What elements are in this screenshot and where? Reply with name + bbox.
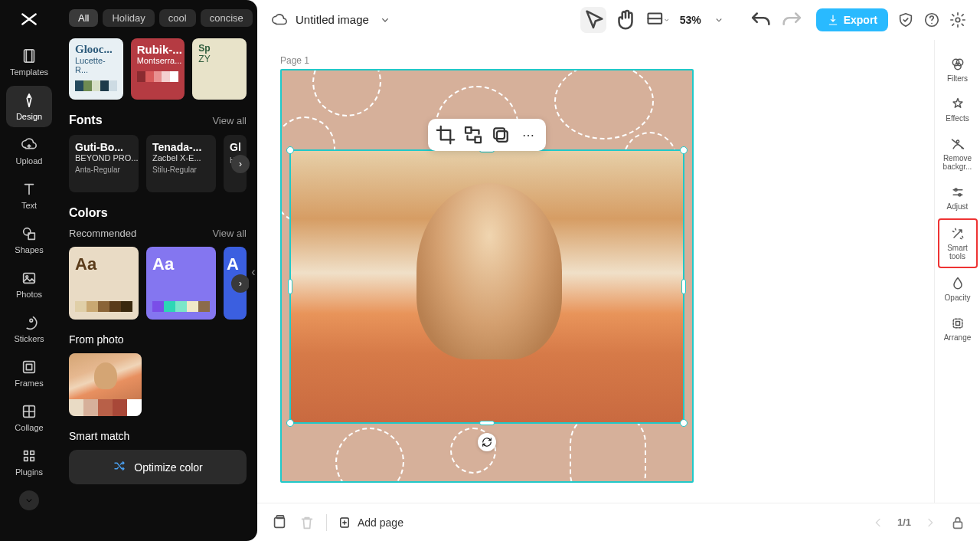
rr-smart-tools-label: Smart tools <box>939 244 976 261</box>
filter-concise[interactable]: concise <box>201 9 253 27</box>
right-rail: Filters Effects Remove backgr... Adjust … <box>934 40 980 503</box>
nav-photos[interactable]: Photos <box>6 264 52 305</box>
filter-cool[interactable]: cool <box>159 9 196 27</box>
nav-shapes[interactable]: Shapes <box>6 219 52 261</box>
svg-rect-9 <box>26 364 31 369</box>
panel-collapse-handle[interactable]: ‹ <box>249 253 257 291</box>
nav-templates[interactable]: Templates <box>6 41 52 83</box>
rr-filters-label: Filters <box>947 74 968 83</box>
font-card-2[interactable]: Tenada-...Zacbel X-E...Stilu-Regular <box>146 135 216 192</box>
from-photo-heading: From photo <box>69 333 247 346</box>
svg-rect-31 <box>275 517 285 527</box>
colors-row: Aa Aa A › <box>69 247 247 320</box>
rr-remove-bg-label: Remove backgr... <box>938 154 978 171</box>
nav-text[interactable]: Text <box>6 175 52 216</box>
title-dropdown[interactable] <box>377 11 394 28</box>
rr-remove-bg[interactable]: Remove backgr... <box>938 130 978 177</box>
nav-frames[interactable]: Frames <box>6 352 52 394</box>
shield-icon[interactable] <box>897 11 914 28</box>
fonts-row: Guti-Bo...BEYOND PRO...Anta-Regular Tena… <box>69 135 247 192</box>
zoom-level[interactable]: 53% <box>677 14 704 26</box>
page-label: Page 1 <box>280 55 309 66</box>
add-page-button[interactable]: Add page <box>338 516 403 530</box>
rr-smart-tools[interactable]: Smart tools <box>938 218 978 268</box>
crop-button[interactable] <box>434 123 457 146</box>
rr-arrange[interactable]: Arrange <box>938 310 978 348</box>
nav-design[interactable]: Design <box>6 86 52 127</box>
zoom-dropdown[interactable] <box>710 11 727 28</box>
export-button[interactable]: Export <box>816 8 888 31</box>
next-page[interactable] <box>922 514 939 531</box>
redo-button[interactable] <box>779 7 805 33</box>
selection-toolbar: ⋯ <box>428 119 546 151</box>
rotate-handle[interactable] <box>478 433 496 451</box>
canvas[interactable]: ⋯ <box>280 69 694 483</box>
fonts-view-all[interactable]: View all <box>212 115 247 126</box>
nav-upload[interactable]: Upload <box>6 130 52 172</box>
svg-point-26 <box>956 140 959 143</box>
app-logo[interactable] <box>12 8 47 31</box>
color-card-1[interactable]: Aa <box>69 247 139 320</box>
nav-design-label: Design <box>16 112 42 121</box>
help-icon[interactable] <box>923 11 940 28</box>
optimize-color-button[interactable]: Optimize color <box>69 450 247 484</box>
filter-all[interactable]: All <box>69 9 98 27</box>
brand-card-1[interactable]: Glooc...Lucette-R... <box>69 38 123 100</box>
nav-stickers-label: Stickers <box>14 334 44 343</box>
rr-filters[interactable]: Filters <box>938 51 978 89</box>
hand-tool[interactable] <box>612 7 639 33</box>
filter-row: All Holiday cool concise <box>69 8 247 28</box>
nav-plugins[interactable]: Plugins <box>6 441 52 483</box>
nav-plugins-label: Plugins <box>15 467 43 477</box>
settings-icon[interactable] <box>949 11 966 28</box>
svg-rect-21 <box>494 128 505 139</box>
rr-effects-label: Effects <box>946 114 969 123</box>
colors-view-all[interactable]: View all <box>212 228 247 239</box>
nav-stickers[interactable]: Stickers <box>6 308 52 349</box>
from-photo-card[interactable] <box>69 353 142 416</box>
nav-collage[interactable]: Collage <box>6 397 52 438</box>
rr-effects[interactable]: Effects <box>938 90 978 129</box>
selected-image[interactable] <box>289 149 684 424</box>
filter-holiday[interactable]: Holiday <box>103 9 154 27</box>
brand-card-3[interactable]: SpZY <box>192 38 247 100</box>
rr-opacity[interactable]: Opacity <box>938 270 978 308</box>
colors-scroll-right[interactable]: › <box>231 274 250 293</box>
brand-kit-row: Glooc...Lucette-R... Rubik-...Montserra.… <box>69 38 247 100</box>
font-card-1[interactable]: Guti-Bo...BEYOND PRO...Anta-Regular <box>69 135 139 192</box>
layers-icon[interactable] <box>271 514 288 531</box>
duplicate-button[interactable] <box>489 123 512 146</box>
svg-point-2 <box>28 97 30 98</box>
optimize-label: Optimize color <box>134 461 202 474</box>
svg-rect-13 <box>24 457 28 461</box>
delete-icon[interactable] <box>299 514 315 531</box>
svg-rect-32 <box>276 515 283 518</box>
svg-point-17 <box>956 18 960 22</box>
svg-rect-12 <box>31 451 34 455</box>
shuffle-icon <box>113 459 126 475</box>
svg-point-6 <box>26 276 28 278</box>
doc-title[interactable]: Untitled image <box>296 13 369 26</box>
selection-more[interactable]: ⋯ <box>517 123 540 146</box>
nav-upload-label: Upload <box>16 156 43 166</box>
svg-rect-1 <box>26 50 31 63</box>
brand-card-2[interactable]: Rubik-...Montserra... <box>131 38 185 100</box>
rr-adjust[interactable]: Adjust <box>938 179 978 217</box>
svg-point-25 <box>954 63 960 69</box>
photo-thumb <box>69 353 142 399</box>
nav-templates-label: Templates <box>10 67 48 77</box>
replace-button[interactable] <box>462 123 485 146</box>
prev-page[interactable] <box>870 514 887 531</box>
svg-rect-34 <box>954 522 962 528</box>
svg-rect-30 <box>956 322 959 326</box>
fonts-scroll-right[interactable]: › <box>231 155 250 173</box>
cloud-icon[interactable] <box>271 11 288 28</box>
cursor-tool[interactable] <box>580 7 606 33</box>
nav-more[interactable] <box>19 490 39 510</box>
svg-rect-11 <box>24 451 28 455</box>
svg-rect-8 <box>24 362 35 373</box>
undo-button[interactable] <box>747 7 773 33</box>
artboard-tool[interactable] <box>645 7 671 33</box>
color-card-2[interactable]: Aa <box>146 247 216 320</box>
lock-icon[interactable] <box>949 514 966 531</box>
